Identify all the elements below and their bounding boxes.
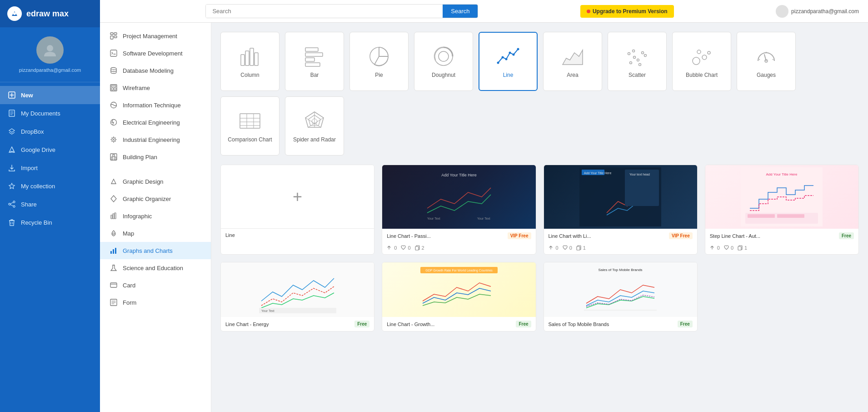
svg-point-54 [517,48,519,50]
svg-point-57 [637,59,639,61]
submenu-item-industrial[interactable]: Industrial Engineering [100,131,211,148]
graphs-charts-icon [109,246,118,255]
sidebar-label-share: Share [21,201,37,208]
svg-rect-42 [305,63,320,66]
header: Search Upgrade to Premium Version pizzan… [100,0,868,23]
chart-type-gauges[interactable]: Gauges [737,32,796,91]
submenu-item-map[interactable]: Map [100,225,211,242]
chart-type-spider[interactable]: Spider and Radar [285,96,344,156]
submenu-item-electrical[interactable]: Electrical Engineering [100,114,211,131]
template-create-new[interactable]: + Line [220,165,374,255]
template-info: Line Chart with Li... VIP Free [544,229,697,243]
chart-type-scatter[interactable]: Scatter [608,32,667,91]
header-user-info: pizzandparatha@gmail.com [776,5,859,18]
submenu-item-database[interactable]: Database Modeling [100,62,211,79]
template-line-growth[interactable]: GDP Growth Rate For World Leading Countr… [382,262,536,332]
svg-point-49 [497,62,499,64]
card-icon [109,281,118,290]
svg-marker-25 [111,196,116,202]
svg-text:Your Text: Your Text [427,217,440,220]
submenu-item-infographic[interactable]: Infographic [100,207,211,225]
template-info: Line Chart - Growth... Free [382,317,535,331]
submenu-item-science[interactable]: Science and Education [100,259,211,276]
sidebar-item-google-drive[interactable]: Google Drive [0,141,100,159]
submenu-item-info-tech[interactable]: Information Technique [100,96,211,114]
svg-point-12 [111,68,116,70]
main-area: Search Upgrade to Premium Version pizzan… [100,0,868,412]
sidebar-item-dropbox[interactable]: DropBox [0,122,100,141]
submenu-item-wireframe[interactable]: Wireframe [100,79,211,96]
collection-icon [7,181,16,191]
sidebar-item-my-documents[interactable]: My Documents [0,104,100,122]
chart-type-bubble[interactable]: Bubble Chart [672,32,731,91]
submenu-label: Form [123,299,136,306]
chart-type-line[interactable]: Line [479,32,538,91]
sidebar-label-import: Import [21,165,38,171]
chart-type-column[interactable]: Column [220,32,279,91]
template-thumb: Add Your Title Here Your text head [544,165,697,229]
template-info: Sales of Top Mobile Brands Free [544,317,697,331]
svg-rect-14 [111,85,116,87]
template-badge: VIP Free [508,232,531,239]
svg-rect-40 [305,53,323,56]
svg-rect-35 [241,55,244,65]
submenu-item-graphs-charts[interactable]: Graphs and Charts [100,242,211,259]
copy-count: 2 [422,245,424,251]
chart-type-pie[interactable]: Pie [349,32,409,91]
template-sales-mobile[interactable]: Sales of Top Mobile Brands Sales of Top … [544,262,698,332]
template-thumb: Add Your Title Here Your Text Your Text [382,165,535,229]
create-new-thumb: + [221,165,374,229]
upgrade-dot [587,10,590,13]
upgrade-button[interactable]: Upgrade to Premium Version [580,5,674,18]
svg-rect-28 [115,213,116,219]
svg-text:Sales of Top Mobile Brands: Sales of Top Mobile Brands [599,268,643,272]
sidebar-item-my-collection[interactable]: My collection [0,177,100,195]
plus-icon: + [293,187,302,206]
template-line-with-li[interactable]: Add Your Title Here Your text head Line … [544,165,698,255]
submenu-item-graphic-organizer[interactable]: Graphic Organizer [100,190,211,207]
svg-rect-68 [240,114,260,128]
submenu-item-project-management[interactable]: Project Management [100,27,211,45]
submenu-label: Database Modeling [123,67,174,74]
submenu-item-card[interactable]: Card [100,276,211,294]
submenu-item-graphic-design[interactable]: Graphic Design [100,173,211,190]
chart-type-line-label: Line [503,72,514,78]
search-input[interactable] [206,5,443,18]
svg-point-61 [639,64,641,66]
header-avatar [776,5,788,18]
chart-type-comparison[interactable]: Comparison Chart [220,96,279,156]
logo-icon [7,6,22,21]
sidebar-item-share[interactable]: Share [0,195,100,213]
sidebar-item-import[interactable]: Import [0,159,100,177]
template-line-passi[interactable]: Add Your Title Here Your Text Your Text … [382,165,536,255]
chart-type-area[interactable]: Area [543,32,602,91]
chart-type-doughnut[interactable]: Doughnut [414,32,473,91]
sidebar-label-my-documents: My Documents [21,110,60,117]
submenu-label: Software Development [123,50,183,57]
database-icon [109,66,118,75]
svg-rect-30 [110,251,112,254]
template-name: Sales of Top Mobile Brands [549,322,609,327]
submenu-item-form[interactable]: Form [100,294,211,311]
avatar [36,36,64,64]
template-thumb: Sales of Top Mobile Brands [544,262,697,317]
chart-type-bar[interactable]: Bar [285,32,344,91]
svg-point-58 [642,52,644,54]
search-button[interactable]: Search [443,5,478,18]
template-line-energy[interactable]: Your Text Line Chart - Energy Free [220,262,374,332]
svg-text:Your Text: Your Text [261,309,274,312]
svg-text:Add Your Title Here: Add Your Title Here [584,171,611,175]
template-badge: VIP Free [669,232,693,239]
submenu-label: Map [123,230,134,237]
logo-text: edraw max [26,9,69,19]
sidebar-item-recycle-bin[interactable]: Recycle Bin [0,213,100,231]
sidebar-label-new: New [21,92,33,99]
sidebar-item-new[interactable]: New [0,86,100,104]
template-step-line[interactable]: Add Your Title Here Step Line Chart - Au… [705,165,859,255]
software-icon [109,49,118,58]
building-icon [109,152,118,161]
sidebar-label-dropbox: DropBox [21,128,44,135]
gallery: Column Bar [211,23,868,412]
submenu-item-software-dev[interactable]: Software Development [100,45,211,62]
submenu-item-building[interactable]: Building Plan [100,148,211,166]
